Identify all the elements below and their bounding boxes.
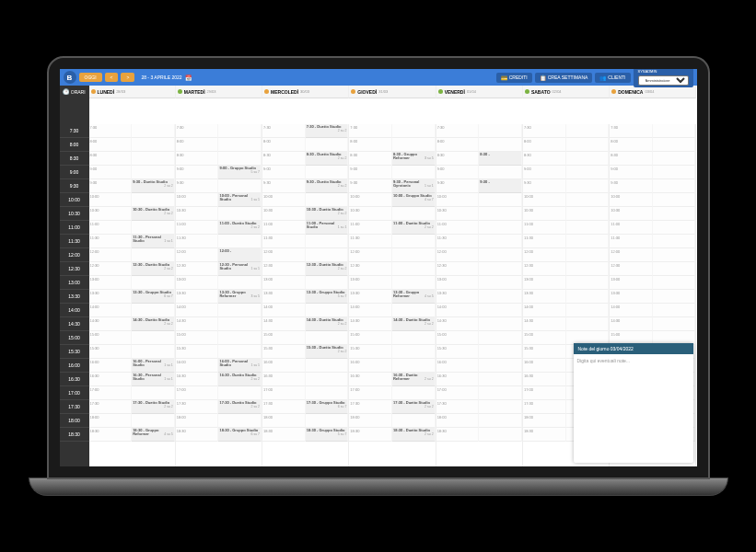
event-slot[interactable] [218,386,262,400]
time-subslot[interactable]: 9:00 [436,166,480,179]
time-subslot[interactable]: 8:00 [610,138,653,152]
time-subslot[interactable]: 14:30 [262,317,306,331]
time-subslot[interactable]: 12:30 [176,262,219,276]
event-slot[interactable] [306,386,349,400]
time-subslot[interactable]: 8:00 [436,138,480,152]
event-slot[interactable]: 9:30 - Personal Gyrotonic1 su 1 [392,179,436,193]
event-slot[interactable] [479,331,522,345]
event-slot[interactable] [479,400,522,414]
time-subslot[interactable]: 16:30 [89,373,133,386]
time-subslot[interactable]: 14:30 [436,317,480,331]
event-slot[interactable] [218,317,262,331]
event-slot[interactable] [566,276,610,290]
time-subslot[interactable]: 10:00 [89,193,133,207]
day-header-mar[interactable]: MARTEDÌ29/03 [176,86,262,98]
time-subslot[interactable]: 15:30 [349,345,392,359]
time-subslot[interactable]: 7:30 [176,124,219,138]
event-slot[interactable]: 16:30 - Duetto Reformer2 su 2 [392,373,436,386]
event-slot[interactable] [306,193,349,207]
event-slot[interactable]: 12:30 - Duetto Studio2 su 2 [306,262,349,276]
event-slot[interactable] [566,262,610,276]
time-subslot[interactable]: 10:30 [262,207,306,221]
event-slot[interactable] [392,138,436,152]
event-slot[interactable]: 18:30 - Gruppo Studio5 su 7 [306,428,349,442]
time-subslot[interactable]: 18:30 [436,428,480,442]
time-subslot[interactable]: 18:00 [89,414,133,428]
event-slot[interactable]: 16:00 - Personal Studio1 su 1 [218,359,262,373]
time-subslot[interactable]: 9:30 [610,179,653,193]
time-subslot[interactable]: 18:30 [349,428,392,442]
event-slot[interactable] [566,248,610,262]
time-subslot[interactable]: 11:30 [436,235,480,248]
event-slot[interactable]: 13:30 - Gruppo Reformer4 su 5 [392,290,436,304]
day-col-gio[interactable]: 7:308:008:308:30 - Gruppo Reformer3 su 5… [349,124,436,467]
event-slot[interactable] [653,166,696,179]
event-slot[interactable] [392,235,436,248]
event-slot[interactable] [653,193,696,207]
day-header-dom[interactable]: DOMENICA03/04 [610,86,696,98]
time-subslot[interactable]: 9:00 [262,166,306,179]
event-slot[interactable] [653,152,696,166]
event-slot[interactable] [566,124,610,138]
event-slot[interactable] [132,414,175,428]
event-slot[interactable] [566,152,610,166]
event-slot[interactable] [392,345,436,359]
time-subslot[interactable]: 13:00 [176,276,219,290]
time-subslot[interactable]: 8:00 [89,138,133,152]
time-subslot[interactable]: 15:30 [436,345,480,359]
time-subslot[interactable]: 12:30 [89,262,133,276]
event-slot[interactable] [479,386,522,400]
event-slot[interactable] [653,290,696,304]
event-slot[interactable] [653,304,696,317]
time-subslot[interactable]: 9:30 [262,179,306,193]
time-subslot[interactable]: 8:30 [349,152,392,166]
time-subslot[interactable]: 10:00 [349,193,392,207]
time-subslot[interactable]: 17:00 [349,386,392,400]
app-logo[interactable]: B [64,71,76,84]
event-slot[interactable] [479,235,522,248]
today-button[interactable]: OGGI [79,73,102,82]
event-slot[interactable] [479,221,522,235]
time-subslot[interactable]: 8:30 [89,152,133,166]
event-slot[interactable] [392,207,436,221]
time-subslot[interactable]: 18:00 [176,414,219,428]
time-subslot[interactable]: 17:30 [89,400,133,414]
event-slot[interactable] [566,304,610,317]
event-slot[interactable] [479,290,522,304]
time-subslot[interactable]: 18:00 [262,414,306,428]
event-slot[interactable] [653,276,696,290]
event-slot[interactable]: 11:00 - Duetto Studio2 su 2 [218,221,262,235]
event-slot[interactable] [392,276,436,290]
event-slot[interactable]: 9:00 - Gruppo Studio5 su 7 [218,166,262,179]
event-slot[interactable]: 18:30 - Gruppo Reformer4 su 5 [132,428,175,442]
time-subslot[interactable]: 13:00 [610,276,653,290]
event-slot[interactable] [218,124,262,138]
event-slot[interactable] [218,331,262,345]
time-subslot[interactable]: 16:30 [436,373,480,386]
event-slot[interactable] [653,179,696,193]
time-subslot[interactable]: 16:00 [262,359,306,373]
time-subslot[interactable]: 18:30 [89,428,133,442]
event-slot[interactable] [218,304,262,317]
time-subslot[interactable]: 18:00 [349,414,392,428]
time-subslot[interactable]: 10:00 [176,193,219,207]
event-slot[interactable]: 13:30 - Gruppo Studio5 su 7 [306,290,349,304]
event-slot[interactable] [479,207,522,221]
time-subslot[interactable]: 15:30 [262,345,306,359]
event-slot[interactable] [479,248,522,262]
event-slot[interactable] [566,179,610,193]
event-slot[interactable] [306,304,349,317]
time-subslot[interactable]: 10:30 [176,207,219,221]
event-slot[interactable] [653,262,696,276]
event-slot[interactable] [392,386,436,400]
time-subslot[interactable]: 17:30 [523,400,566,414]
event-slot[interactable] [218,179,262,193]
time-subslot[interactable]: 8:00 [349,138,392,152]
day-col-ven[interactable]: 7:308:008:308:30 -9:009:309:30 -10:0010:… [436,124,523,467]
event-slot[interactable]: 10:00 - Personal Studio1 su 1 [218,193,262,207]
time-subslot[interactable]: 12:00 [349,248,392,262]
time-subslot[interactable]: 17:00 [176,386,219,400]
event-slot[interactable] [132,276,175,290]
notes-input[interactable]: Digita qui eventuali note... [574,354,693,367]
time-subslot[interactable]: 14:00 [523,304,566,317]
